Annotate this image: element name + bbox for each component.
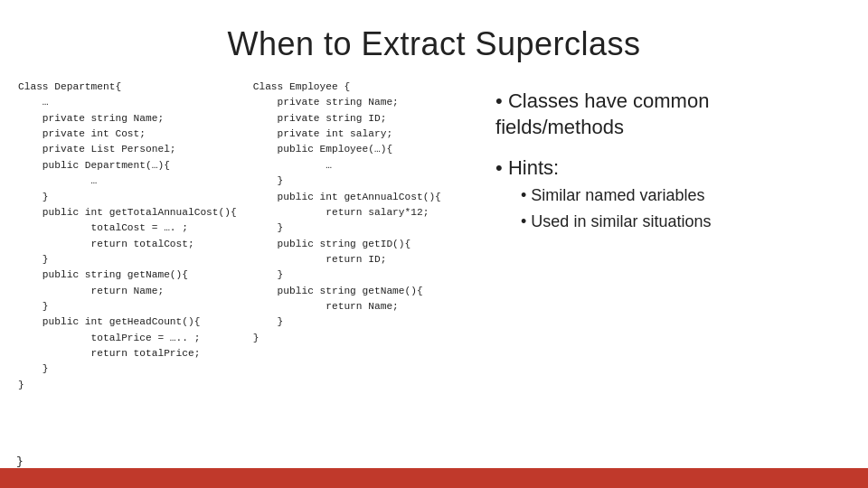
bullet-hint-1: • Similar named variables	[521, 183, 841, 208]
bullet-column: • Classes have common fields/methods • H…	[468, 80, 850, 477]
bottom-brace: }	[16, 455, 24, 468]
bullet-hint-2: • Used in similar situations	[521, 210, 841, 234]
content-area: Class Department{ … private string Name;…	[0, 80, 868, 477]
bullet-main: • Classes have common fields/methods	[495, 89, 841, 140]
slide: When to Extract Superclass Class Departm…	[0, 0, 868, 488]
department-code-block: Class Department{ … private string Name;…	[18, 80, 237, 477]
bullet-main-dot: •	[495, 89, 508, 112]
bullet-hints-section: • Hints: • Similar named variables • Use…	[495, 156, 841, 236]
bottom-bar	[0, 468, 868, 488]
bullet-hints-heading: • Hints:	[495, 156, 841, 180]
bullet-main-text: Classes have common fields/methods	[495, 89, 709, 138]
code-columns: Class Department{ … private string Name;…	[18, 80, 459, 477]
slide-title: When to Extract Superclass	[0, 0, 868, 80]
employee-code-block: Class Employee { private string Name; pr…	[253, 80, 459, 477]
